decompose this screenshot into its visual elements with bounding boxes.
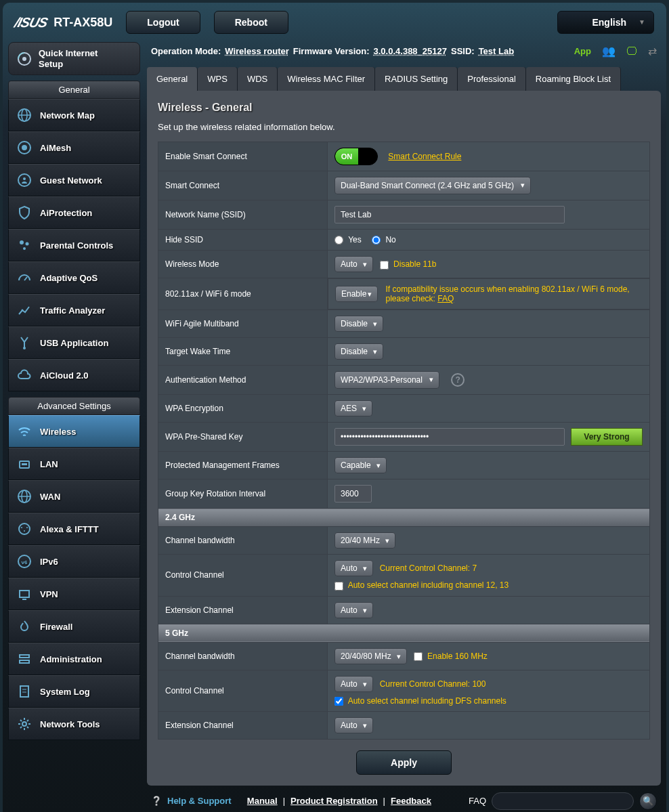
- reboot-button[interactable]: Reboot: [214, 11, 288, 34]
- firmware-version-link[interactable]: 3.0.0.4.388_25127: [374, 46, 447, 56]
- feedback-link[interactable]: Feedback: [391, 796, 431, 806]
- usb-icon: [16, 334, 33, 351]
- operation-mode-link[interactable]: Wireless router: [225, 46, 289, 56]
- people-icon[interactable]: 👥: [602, 45, 616, 58]
- tab-wps[interactable]: WPS: [198, 67, 238, 91]
- svg-point-13: [22, 309, 24, 312]
- sidebar-item-label: IPv6: [40, 557, 58, 567]
- password-strength-badge: Very Strong: [571, 428, 642, 446]
- sidebar-item-label: AiMesh: [40, 143, 71, 153]
- agile-multiband-select[interactable]: Disable: [334, 316, 383, 332]
- sidebar-item-administration[interactable]: Administration: [8, 643, 140, 675]
- usb-icon[interactable]: ⇄: [648, 45, 657, 58]
- logout-button[interactable]: Logout: [126, 11, 200, 34]
- sidebar-item-firewall[interactable]: Firewall: [8, 610, 140, 643]
- target-wake-time-select[interactable]: Disable: [334, 343, 383, 360]
- sidebar: Quick InternetSetup General Network MapA…: [8, 42, 140, 812]
- sidebar-item-alexa-ifttt[interactable]: Alexa & IFTTT: [8, 513, 140, 545]
- hide-ssid-no-radio[interactable]: No: [372, 235, 396, 244]
- gauge-icon: [16, 269, 33, 286]
- apply-button[interactable]: Apply: [356, 750, 452, 775]
- sidebar-item-wan[interactable]: WAN: [8, 480, 140, 513]
- sidebar-item-network-map[interactable]: Network Map: [8, 99, 140, 131]
- enable-smart-connect-toggle[interactable]: ON: [334, 148, 378, 165]
- family-icon: [16, 236, 33, 254]
- pmf-select[interactable]: Capable: [334, 457, 387, 473]
- cc5-auto-dfs-checkbox[interactable]: Auto select channel including DFS channe…: [334, 696, 506, 706]
- sidebar-item-wireless[interactable]: Wireless: [8, 415, 140, 448]
- wifi6-faq-link[interactable]: FAQ: [437, 294, 454, 303]
- product-registration-link[interactable]: Product Registration: [290, 796, 378, 806]
- brand-logo: /ISUS: [15, 15, 47, 30]
- tab-professional[interactable]: Professional: [458, 67, 526, 91]
- faq-search-button[interactable]: 🔍: [639, 792, 657, 810]
- sidebar-item-aimesh[interactable]: AiMesh: [8, 131, 140, 164]
- svg-point-33: [22, 722, 26, 726]
- auth-method-select[interactable]: WPA2/WPA3-Personal: [334, 371, 439, 389]
- cc24-auto-channel-checkbox[interactable]: Auto select channel including channel 12…: [334, 580, 509, 590]
- app-link[interactable]: App: [574, 46, 591, 56]
- sidebar-item-label: Traffic Analyzer: [40, 305, 105, 316]
- sidebar-item-system-log[interactable]: System Log: [8, 675, 140, 708]
- language-selector[interactable]: English: [557, 11, 654, 34]
- svg-line-12: [24, 277, 27, 280]
- vpn-icon: [16, 585, 33, 603]
- sidebar-item-ipv6[interactable]: v6IPv6: [8, 545, 140, 578]
- sidebar-item-lan[interactable]: LAN: [8, 448, 140, 480]
- ec24-select[interactable]: Auto: [334, 602, 373, 618]
- auth-help-icon[interactable]: ?: [451, 373, 465, 387]
- tab-radius-setting[interactable]: RADIUS Setting: [375, 67, 458, 91]
- sidebar-item-label: Parental Controls: [40, 240, 113, 251]
- footer: ❔ Help & Support Manual | Product Regist…: [147, 786, 661, 812]
- sidebar-item-parental-controls[interactable]: Parental Controls: [8, 229, 140, 261]
- sidebar-item-label: Administration: [40, 654, 102, 664]
- sidebar-item-vpn[interactable]: VPN: [8, 578, 140, 610]
- group-key-interval-input[interactable]: [334, 485, 372, 503]
- ssid-link[interactable]: Test Lab: [479, 46, 515, 56]
- ec5-select[interactable]: Auto: [334, 717, 373, 733]
- tab-general[interactable]: General: [147, 67, 198, 91]
- tab-wds[interactable]: WDS: [238, 67, 278, 91]
- quick-internet-setup[interactable]: Quick InternetSetup: [8, 42, 140, 75]
- tab-roaming-block-list[interactable]: Roaming Block List: [526, 67, 621, 91]
- svg-point-1: [22, 57, 26, 61]
- sidebar-item-label: Network Tools: [40, 719, 100, 729]
- cc5-select[interactable]: Auto: [334, 676, 373, 692]
- disable-11b-checkbox[interactable]: Disable 11b: [380, 259, 437, 269]
- cb24-select[interactable]: 20/40 MHz: [334, 532, 395, 549]
- enable-160mhz-checkbox[interactable]: Enable 160 MHz: [414, 651, 488, 661]
- sidebar-item-aicloud-2-0[interactable]: AiCloud 2.0: [8, 359, 140, 391]
- svg-rect-16: [22, 463, 27, 465]
- wpa-key-input[interactable]: [334, 428, 565, 446]
- sidebar-item-guest-network[interactable]: Guest Network: [8, 164, 140, 196]
- sidebar-item-usb-application[interactable]: USB Application: [8, 326, 140, 359]
- svg-point-21: [21, 527, 22, 528]
- manual-link[interactable]: Manual: [247, 796, 278, 806]
- sidebar-item-label: VPN: [40, 589, 58, 599]
- page-title: Wireless - General: [158, 102, 650, 114]
- faq-search-input[interactable]: [492, 792, 634, 810]
- smart-connect-select[interactable]: Dual-Band Smart Connect (2.4 GHz and 5 G…: [334, 177, 531, 194]
- svg-point-6: [22, 145, 27, 150]
- tab-wireless-mac-filter[interactable]: Wireless MAC Filter: [278, 67, 375, 91]
- sidebar-item-adaptive-qos[interactable]: Adaptive QoS: [8, 261, 140, 294]
- cc24-select[interactable]: Auto: [334, 560, 373, 576]
- wifi6-mode-select[interactable]: Enable: [335, 286, 378, 302]
- svg-point-22: [26, 527, 28, 528]
- wireless-mode-select[interactable]: Auto: [334, 256, 373, 272]
- sidebar-item-network-tools[interactable]: Network Tools: [8, 708, 140, 740]
- wpa-encryption-select[interactable]: AES: [334, 400, 372, 416]
- svg-point-23: [24, 530, 25, 532]
- sidebar-item-aiprotection[interactable]: AiProtection: [8, 196, 140, 229]
- hide-ssid-yes-radio[interactable]: Yes: [334, 235, 362, 244]
- sidebar-item-label: AiCloud 2.0: [40, 370, 89, 381]
- ipv6-icon: v6: [16, 553, 33, 570]
- faq-label: FAQ: [469, 796, 486, 806]
- ssid-input[interactable]: [334, 206, 565, 223]
- cb5-select[interactable]: 20/40/80 MHz: [334, 648, 407, 664]
- fire-icon: [16, 618, 33, 635]
- log-icon: [16, 683, 33, 700]
- sidebar-item-traffic-analyzer[interactable]: Traffic Analyzer: [8, 294, 140, 326]
- network-icon[interactable]: 🖵: [626, 45, 637, 58]
- smart-connect-rule-link[interactable]: Smart Connect Rule: [388, 152, 461, 161]
